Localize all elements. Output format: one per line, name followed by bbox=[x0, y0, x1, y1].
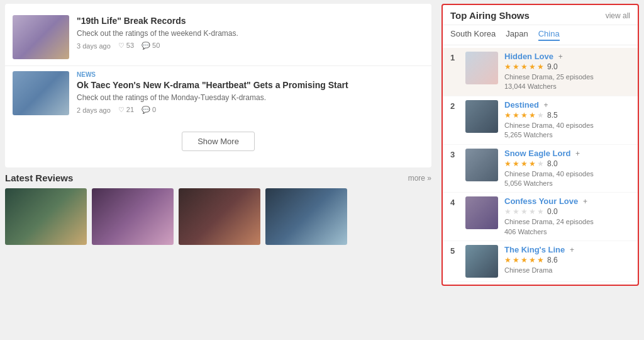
country-tabs: South Korea Japan China bbox=[443, 25, 638, 45]
show-stars-4: ★★★★★ 0.0 bbox=[504, 207, 630, 216]
show-stars-2: ★★★★★ 8.5 bbox=[504, 111, 630, 120]
show-thumb-3 bbox=[465, 149, 498, 181]
show-thumb-5 bbox=[465, 245, 498, 278]
latest-reviews-section: Latest Reviews more » bbox=[0, 167, 436, 245]
article2-category: NEWS bbox=[77, 71, 424, 78]
article1-meta: 3 days ago ♡53 💬50 bbox=[77, 42, 424, 50]
article2-date: 2 days ago bbox=[77, 106, 111, 114]
article1-likes: ♡53 bbox=[118, 42, 134, 50]
show-item-1[interactable]: 1 Hidden Love + ★★★★★ 9.0 Chinese Drama,… bbox=[443, 48, 638, 96]
show-details-4: Chinese Drama, 24 episodes406 Watchers bbox=[504, 217, 630, 237]
show-name-1[interactable]: Hidden Love + bbox=[504, 52, 630, 61]
show-name-2[interactable]: Destined + bbox=[504, 100, 630, 110]
show-item-2[interactable]: 2 Destined + ★★★★★ 8.5 Chinese Drama, 40… bbox=[443, 96, 638, 145]
show-stars-3: ★★★★★ 8.0 bbox=[504, 159, 630, 168]
show-rank-5: 5 bbox=[450, 246, 459, 256]
show-name-5[interactable]: The King's Line + bbox=[504, 245, 630, 254]
article1-content: "19th Life" Break Records Check out the … bbox=[77, 15, 424, 50]
heart-icon: ♡ bbox=[118, 42, 125, 49]
article2-likes: ♡21 bbox=[118, 106, 134, 114]
show-item-5[interactable]: 5 The King's Line + ★★★★★ 8.6 Chinese Dr… bbox=[443, 241, 638, 282]
show-stars-1: ★★★★★ 9.0 bbox=[504, 62, 630, 71]
add-button-1[interactable]: + bbox=[558, 52, 563, 61]
comment-icon-2: 💬 bbox=[142, 106, 150, 113]
add-button-5[interactable]: + bbox=[570, 246, 574, 254]
reviews-grid bbox=[5, 188, 431, 245]
top-airing-title: Top Airing Shows bbox=[450, 10, 530, 21]
show-details-3: Chinese Drama, 40 episodes5,056 Watchers bbox=[504, 169, 630, 189]
article2-comments: 💬0 bbox=[142, 106, 156, 114]
show-more-button[interactable]: Show More bbox=[182, 132, 255, 151]
show-name-3[interactable]: Snow Eagle Lord + bbox=[504, 149, 630, 158]
show-thumb-4 bbox=[465, 196, 498, 229]
show-list: 1 Hidden Love + ★★★★★ 9.0 Chinese Drama,… bbox=[443, 45, 638, 285]
show-info-2: Destined + ★★★★★ 8.5 Chinese Drama, 40 e… bbox=[504, 100, 630, 140]
reviews-header: Latest Reviews more » bbox=[5, 173, 431, 183]
tab-japan[interactable]: Japan bbox=[506, 29, 528, 41]
article2-thumb bbox=[13, 71, 69, 115]
article1-title: "19th Life" Break Records bbox=[77, 15, 424, 26]
article1-desc: Check out the ratings of the weekend K-d… bbox=[77, 29, 424, 38]
article2-card: NEWS Ok Taec Yeon's New K-drama "Heartbe… bbox=[5, 66, 431, 120]
article2-desc: Check out the ratings of the Monday-Tues… bbox=[77, 93, 424, 102]
article2-meta: 2 days ago ♡21 💬0 bbox=[77, 106, 424, 114]
reviews-more-link[interactable]: more » bbox=[408, 174, 431, 183]
article2-title: Ok Taec Yeon's New K-drama "Heartbeat" G… bbox=[77, 79, 424, 91]
show-info-5: The King's Line + ★★★★★ 8.6 Chinese Dram… bbox=[504, 245, 630, 275]
add-button-4[interactable]: + bbox=[583, 197, 587, 206]
show-rank-4: 4 bbox=[450, 198, 459, 207]
show-details-5: Chinese Drama bbox=[504, 266, 630, 275]
add-button-2[interactable]: + bbox=[544, 101, 548, 110]
show-rank-3: 3 bbox=[450, 150, 459, 159]
show-details-2: Chinese Drama, 40 episodes5,265 Watchers bbox=[504, 121, 630, 140]
article1-thumb bbox=[13, 15, 69, 59]
review-thumb-3[interactable] bbox=[179, 188, 260, 245]
tab-south-korea[interactable]: South Korea bbox=[450, 29, 496, 41]
review-thumb-4[interactable] bbox=[265, 188, 347, 245]
show-more-wrap: Show More bbox=[5, 120, 431, 162]
right-column: Top Airing Shows view all South Korea Ja… bbox=[436, 0, 644, 340]
heart-icon-2: ♡ bbox=[118, 106, 125, 113]
show-thumb-1 bbox=[465, 52, 498, 84]
show-info-1: Hidden Love + ★★★★★ 9.0 Chinese Drama, 2… bbox=[504, 52, 630, 92]
latest-reviews-title: Latest Reviews bbox=[5, 173, 73, 183]
add-button-3[interactable]: + bbox=[575, 149, 580, 158]
review-thumb-1[interactable] bbox=[5, 188, 87, 245]
show-item-4[interactable]: 4 Confess Your Love + ★★★★★ 0.0 Chinese … bbox=[443, 193, 638, 241]
article1-comments: 💬50 bbox=[142, 42, 160, 50]
show-rank-2: 2 bbox=[450, 101, 459, 111]
article2-content: NEWS Ok Taec Yeon's New K-drama "Heartbe… bbox=[77, 71, 424, 115]
comment-icon: 💬 bbox=[142, 42, 150, 49]
show-stars-5: ★★★★★ 8.6 bbox=[504, 256, 630, 264]
article1-date: 3 days ago bbox=[77, 42, 111, 50]
show-thumb-2 bbox=[465, 100, 498, 133]
show-name-4[interactable]: Confess Your Love + bbox=[504, 196, 630, 206]
tab-china[interactable]: China bbox=[538, 29, 560, 41]
show-info-3: Snow Eagle Lord + ★★★★★ 8.0 Chinese Dram… bbox=[504, 149, 630, 189]
top-airing-header: Top Airing Shows view all bbox=[443, 5, 638, 25]
show-rank-1: 1 bbox=[450, 53, 459, 62]
show-item-3[interactable]: 3 Snow Eagle Lord + ★★★★★ 8.0 Chinese Dr… bbox=[443, 145, 638, 193]
show-details-1: Chinese Drama, 25 episodes13,044 Watcher… bbox=[504, 72, 630, 92]
view-all-link[interactable]: view all bbox=[606, 11, 630, 20]
review-thumb-2[interactable] bbox=[92, 188, 174, 245]
show-info-4: Confess Your Love + ★★★★★ 0.0 Chinese Dr… bbox=[504, 196, 630, 237]
top-airing-box: Top Airing Shows view all South Korea Ja… bbox=[441, 4, 639, 286]
